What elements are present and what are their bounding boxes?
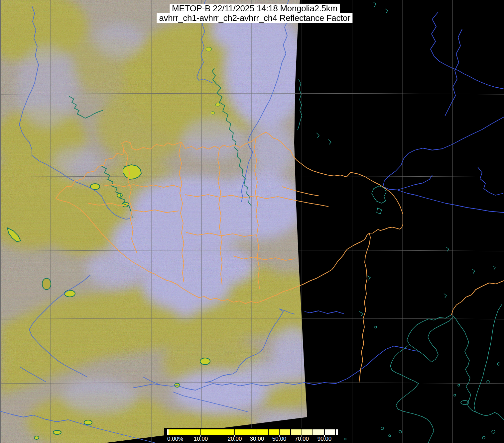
map-canvas — [0, 0, 504, 443]
product-title-line1: METOP-B 22/11/2025 14:18 Mongolia2.5km — [170, 4, 340, 13]
colorbar-label: 10.00 — [194, 436, 208, 442]
colorbar-label: 50.00 — [272, 436, 287, 442]
title-overlay: METOP-B 22/11/2025 14:18 Mongolia2.5km a… — [157, 4, 352, 23]
colorbar-tick — [200, 429, 201, 435]
colorbar-gradient-bar — [167, 429, 338, 435]
colorbar-label: 70.00 — [295, 436, 309, 442]
satellite-image-viewport: METOP-B 22/11/2025 14:18 Mongolia2.5km a… — [0, 0, 504, 443]
colorbar-label: 90.00 — [317, 436, 332, 442]
rivers-nodata-layer — [304, 12, 504, 385]
colorbar-tick — [313, 429, 313, 435]
colorbar-tick — [302, 429, 302, 435]
colorbar-label: 0.00% — [167, 436, 183, 442]
colorbar-tick — [234, 429, 235, 435]
colorbar-tick — [257, 429, 257, 435]
colorbar-label: 20.00 — [228, 436, 242, 442]
colorbar-tick — [279, 429, 280, 435]
colorbar: 0.00%10.0020.0030.0050.0070.0090.00 — [164, 428, 340, 443]
colorbar-label: 30.00 — [250, 436, 264, 442]
satellite-swath-image — [0, 0, 504, 443]
colorbar-tick — [335, 429, 336, 435]
colorbar-tick — [324, 429, 325, 435]
colorbar-tick — [290, 429, 291, 435]
coastline-layer — [298, 2, 504, 443]
colorbar-tick — [268, 429, 269, 435]
product-title-line2: avhrr_ch1-avhrr_ch2-avhrr_ch4 Reflectanc… — [157, 13, 352, 23]
